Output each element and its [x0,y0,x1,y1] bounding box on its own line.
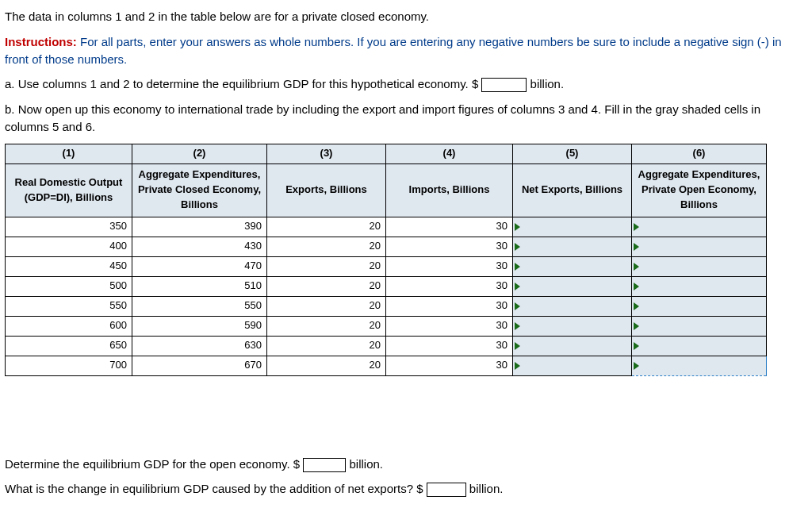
cell-net-exports-input[interactable] [513,217,632,237]
expand-icon [515,283,520,290]
table-row: 6005902030 [6,316,767,336]
cell-net-exports-input[interactable] [513,356,632,375]
colnum-6: (6) [632,144,767,163]
expand-icon [634,223,639,231]
cell-exports: 20 [267,276,386,296]
economy-table: (1) (2) (3) (4) (5) (6) Real Domestic Ou… [5,144,767,376]
cell-exports: 20 [267,256,386,276]
hdr-imports: Imports, Billions [386,163,513,217]
expand-icon [515,243,520,251]
instructions-label: Instructions: [5,35,77,48]
change-gdp-input[interactable] [427,483,466,497]
part-b: b. Now open up this economy to internati… [5,101,807,136]
question-change-gdp: What is the change in equilibrium GDP ca… [5,480,807,498]
cell-ae_closed: 470 [132,256,267,276]
expand-icon [515,302,520,310]
cell-gdp: 450 [6,256,132,276]
part-a-pre: a. Use columns 1 and 2 to determine the … [5,77,481,90]
q-change-pre: What is the change in equilibrium GDP ca… [5,482,427,495]
table-row: 7006702030 [6,356,767,375]
cell-ae-open-input[interactable] [632,296,767,316]
expand-icon [634,362,639,370]
colnum-1: (1) [6,144,132,163]
cell-net-exports-input[interactable] [513,256,632,276]
cell-exports: 20 [267,316,386,336]
hdr-exports: Exports, Billions [267,163,386,217]
colnum-4: (4) [386,144,513,163]
cell-gdp: 550 [6,296,132,316]
cell-ae-open-input[interactable] [632,256,767,276]
cell-ae-open-input[interactable] [632,217,767,237]
part-a-post: billion. [527,77,564,90]
colnum-3: (3) [267,144,386,163]
expand-icon [634,263,639,271]
table-row: 5005102030 [6,276,767,296]
cell-net-exports-input[interactable] [513,316,632,336]
expand-icon [515,263,520,271]
table-row: 3503902030 [6,217,767,237]
expand-icon [515,322,520,330]
cell-imports: 30 [386,296,513,316]
expand-icon [515,223,520,231]
cell-net-exports-input[interactable] [513,296,632,316]
cell-gdp: 400 [6,237,132,256]
question-open-gdp: Determine the equilibrium GDP for the op… [5,456,807,473]
expand-icon [634,302,639,310]
table-header-row: Real Domestic Output (GDP=DI), Billions … [6,163,767,217]
open-gdp-input[interactable] [303,458,346,472]
q-open-pre: Determine the equilibrium GDP for the op… [5,457,303,471]
cell-imports: 30 [386,336,513,356]
cell-ae_closed: 390 [132,217,267,237]
cell-ae-open-input[interactable] [632,237,767,256]
cell-imports: 30 [386,316,513,336]
cell-net-exports-input[interactable] [513,336,632,356]
cell-ae-open-input[interactable] [632,276,767,296]
cell-exports: 20 [267,217,386,237]
expand-icon [515,342,520,350]
cell-exports: 20 [267,336,386,356]
cell-ae_closed: 430 [132,237,267,256]
part-a-input[interactable] [481,78,527,92]
cell-exports: 20 [267,356,386,375]
q-open-post: billion. [346,457,383,471]
cell-exports: 20 [267,296,386,316]
hdr-ae-open: Aggregate Expenditures, Private Open Eco… [632,163,767,217]
cell-gdp: 600 [6,316,132,336]
cell-imports: 30 [386,237,513,256]
cell-exports: 20 [267,237,386,256]
cell-gdp: 700 [6,356,132,375]
hdr-ae-closed: Aggregate Expenditures, Private Closed E… [132,163,267,217]
instructions: Instructions: For all parts, enter your … [5,33,807,68]
hdr-gdp: Real Domestic Output (GDP=DI), Billions [6,163,132,217]
table-colnum-row: (1) (2) (3) (4) (5) (6) [6,144,767,163]
expand-icon [634,342,639,350]
cell-net-exports-input[interactable] [513,276,632,296]
cell-imports: 30 [386,256,513,276]
cell-ae_closed: 670 [132,356,267,375]
cell-gdp: 350 [6,217,132,237]
colnum-5: (5) [513,144,632,163]
intro-text: The data in columns 1 and 2 in the table… [5,8,807,25]
table-row: 6506302030 [6,336,767,356]
expand-icon [634,243,639,251]
cell-imports: 30 [386,276,513,296]
cell-ae_closed: 510 [132,276,267,296]
table-row: 4004302030 [6,237,767,256]
table-row: 5505502030 [6,296,767,316]
cell-ae-open-input[interactable] [632,316,767,336]
part-a: a. Use columns 1 and 2 to determine the … [5,75,807,93]
cell-ae-open-input[interactable] [632,356,767,375]
cell-net-exports-input[interactable] [513,237,632,256]
instructions-text: For all parts, enter your answers as who… [5,35,782,66]
cell-imports: 30 [386,217,513,237]
hdr-net-exports: Net Exports, Billions [513,163,632,217]
cell-imports: 30 [386,356,513,375]
cell-gdp: 500 [6,276,132,296]
cell-ae_closed: 630 [132,336,267,356]
expand-icon [634,283,639,290]
cell-gdp: 650 [6,336,132,356]
table-body: 3503902030400430203045047020305005102030… [6,217,767,375]
cell-ae-open-input[interactable] [632,336,767,356]
cell-ae_closed: 550 [132,296,267,316]
colnum-2: (2) [132,144,267,163]
